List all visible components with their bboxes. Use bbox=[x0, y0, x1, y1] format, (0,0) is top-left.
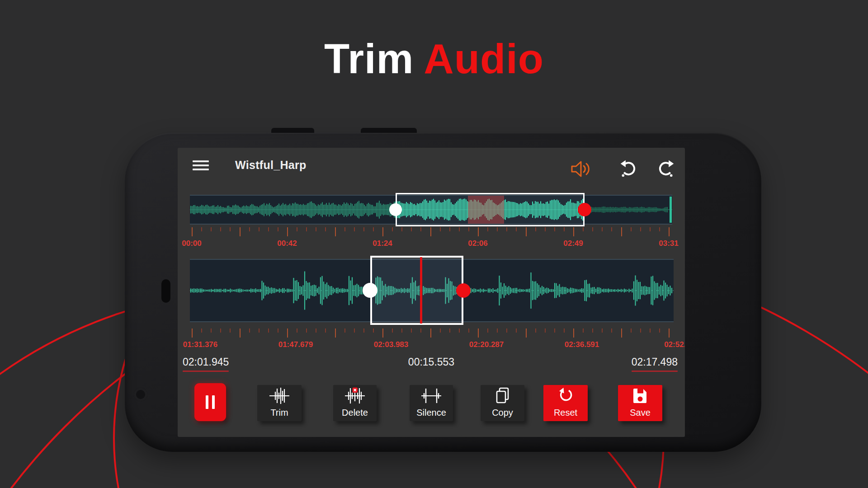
ruler-tick bbox=[621, 227, 622, 236]
selection-end-value: 02:17.498 bbox=[632, 356, 678, 368]
ruler-tick bbox=[650, 227, 651, 231]
ruler-tick bbox=[240, 227, 241, 236]
zoom-selection-start-handle[interactable] bbox=[363, 283, 377, 298]
playhead[interactable] bbox=[420, 257, 422, 324]
ruler-tick bbox=[401, 227, 402, 231]
ruler-tick bbox=[268, 227, 269, 231]
overview-selection-start-handle[interactable] bbox=[389, 203, 402, 216]
ruler-tick bbox=[478, 328, 479, 338]
ruler-tick bbox=[526, 227, 527, 236]
ruler-tick bbox=[440, 227, 441, 231]
reset-button-label: Reset bbox=[543, 408, 588, 418]
ruler-tick bbox=[201, 328, 202, 333]
ruler-tick bbox=[468, 227, 469, 231]
copy-button[interactable]: Copy bbox=[481, 385, 524, 421]
ruler-tick bbox=[554, 227, 555, 231]
delete-button[interactable]: Delete bbox=[333, 385, 377, 421]
ruler-label: 01:31.376 bbox=[183, 340, 218, 349]
ruler-tick bbox=[564, 227, 565, 231]
copy-button-label: Copy bbox=[481, 408, 524, 418]
ruler-tick bbox=[592, 328, 593, 333]
ruler-tick bbox=[354, 227, 355, 231]
selection-start-value: 02:01.945 bbox=[183, 356, 229, 368]
ruler-label: 02:03.983 bbox=[374, 340, 409, 349]
ruler-tick bbox=[506, 227, 507, 231]
ruler-tick bbox=[249, 328, 250, 333]
start-time-underline bbox=[183, 371, 229, 372]
ruler-tick bbox=[192, 328, 193, 338]
ruler-tick bbox=[259, 328, 259, 333]
ruler-tick bbox=[459, 328, 460, 333]
pause-button[interactable] bbox=[194, 383, 226, 421]
phone-earpiece bbox=[161, 279, 170, 303]
ruler-tick bbox=[535, 227, 536, 231]
ruler-tick bbox=[631, 328, 632, 333]
zoom-selection-end-handle[interactable] bbox=[456, 283, 471, 298]
hero-title: TrimAudio bbox=[0, 38, 868, 80]
ruler-tick bbox=[401, 328, 402, 333]
ruler-tick bbox=[602, 328, 603, 333]
ruler-tick bbox=[268, 328, 269, 333]
ruler-tick bbox=[278, 227, 278, 231]
ruler-tick bbox=[325, 227, 326, 231]
ruler-tick bbox=[468, 328, 469, 333]
ruler-tick bbox=[363, 227, 364, 231]
selection-start-time: 02:01.945 bbox=[183, 356, 229, 372]
ruler-tick bbox=[382, 328, 383, 338]
ruler-tick bbox=[230, 328, 231, 333]
trim-button[interactable]: Trim bbox=[257, 385, 302, 421]
ruler-tick bbox=[564, 328, 565, 333]
ruler-tick bbox=[487, 227, 488, 231]
ruler-tick bbox=[487, 328, 488, 333]
zoom-selection-box[interactable] bbox=[370, 256, 463, 325]
app-screen: Wistful_Harp bbox=[178, 148, 685, 437]
ruler-tick bbox=[650, 328, 651, 333]
ruler-tick bbox=[535, 328, 536, 333]
reset-button[interactable]: Reset bbox=[543, 385, 588, 421]
ruler-tick bbox=[297, 227, 297, 231]
ruler-tick bbox=[430, 328, 431, 338]
ruler-tick bbox=[249, 227, 250, 231]
menu-icon[interactable] bbox=[193, 160, 209, 170]
ruler-tick bbox=[287, 328, 288, 338]
ruler-tick bbox=[278, 328, 278, 333]
ruler-label: 00:00 bbox=[182, 239, 201, 248]
ruler-tick bbox=[306, 328, 307, 333]
ruler-label: 00:42 bbox=[277, 239, 297, 248]
ruler-tick bbox=[526, 328, 527, 338]
overview-selection-end-handle[interactable] bbox=[578, 203, 591, 216]
delete-icon bbox=[345, 387, 365, 404]
ruler-tick bbox=[287, 227, 288, 236]
ruler-tick bbox=[440, 328, 441, 333]
trim-icon bbox=[269, 387, 289, 404]
ruler-tick bbox=[325, 328, 326, 333]
app-bar: Wistful_Harp bbox=[178, 148, 685, 181]
ruler-tick bbox=[640, 328, 641, 333]
time-readouts: 02:01.945 00:15.553 02:17.498 bbox=[178, 356, 685, 375]
ruler-tick bbox=[506, 328, 507, 333]
undo-icon[interactable] bbox=[618, 160, 637, 178]
phone-camera bbox=[134, 388, 147, 401]
redo-icon[interactable] bbox=[658, 160, 676, 178]
save-button[interactable]: Save bbox=[618, 385, 662, 421]
overview-selection-box[interactable] bbox=[396, 193, 585, 226]
ruler-tick bbox=[516, 227, 517, 231]
ruler-tick bbox=[449, 227, 450, 231]
volume-icon[interactable] bbox=[569, 159, 592, 179]
ruler-tick bbox=[392, 227, 393, 231]
ruler-label: 02:36.591 bbox=[565, 340, 599, 349]
ruler-tick bbox=[335, 328, 336, 338]
silence-button[interactable]: Silence bbox=[410, 385, 453, 421]
ruler-label: 02:06 bbox=[468, 239, 487, 248]
ruler-tick bbox=[211, 227, 212, 231]
ruler-label: 02:52.8 bbox=[664, 340, 685, 349]
ruler-tick bbox=[192, 227, 193, 236]
ruler-tick bbox=[201, 227, 202, 231]
ruler-tick bbox=[420, 227, 421, 231]
ruler-tick bbox=[344, 328, 345, 333]
ruler-tick bbox=[363, 328, 364, 333]
ruler-tick bbox=[611, 227, 612, 231]
ruler-tick bbox=[554, 328, 555, 333]
hero-title-red: Audio bbox=[424, 36, 544, 82]
ruler-tick bbox=[592, 227, 593, 231]
